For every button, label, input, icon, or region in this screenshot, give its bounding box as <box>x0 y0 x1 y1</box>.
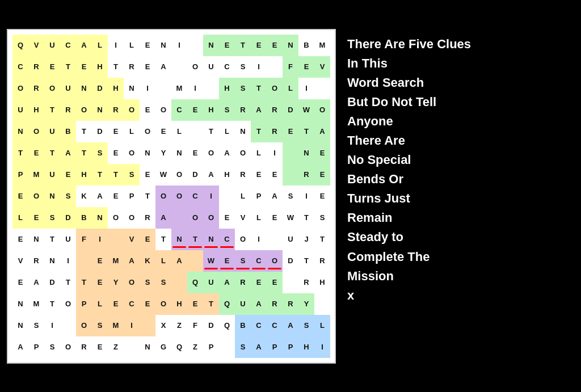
grid-cell: E <box>219 35 235 56</box>
grid-cell: N <box>140 336 155 358</box>
grid-cell: A <box>219 272 235 293</box>
grid-cell: I <box>108 35 124 56</box>
grid-cell: N <box>12 315 28 336</box>
grid-cell: E <box>140 35 155 56</box>
grid-cell <box>314 78 330 99</box>
word-search-grid-wrapper: QVUCALILENINETEENBMCRETEHTREAOUCSIFEVORO… <box>7 29 336 364</box>
grid-cell: B <box>60 121 76 142</box>
grid-cell: E <box>76 56 92 78</box>
grid-cell: C <box>187 186 203 207</box>
grid-cell: R <box>76 336 92 358</box>
grid-cell: I <box>124 315 140 336</box>
grid-cell: O <box>76 315 92 336</box>
grid-cell <box>171 56 187 78</box>
grid-cell: O <box>171 164 187 186</box>
grid-cell: T <box>251 78 267 99</box>
grid-cell: H <box>219 78 235 99</box>
grid-cell: L <box>92 293 108 315</box>
grid-cell: N <box>92 207 108 229</box>
grid-cell: T <box>203 121 219 142</box>
grid-cell: W <box>298 99 314 121</box>
grid-cell: E <box>314 142 330 164</box>
grid-cell: H <box>171 293 187 315</box>
grid-cell: T <box>251 121 267 142</box>
grid-cell: T <box>108 164 124 186</box>
clue-line-12: Complete The <box>347 247 471 267</box>
grid-cell: V <box>314 56 330 78</box>
grid-cell: I <box>92 229 108 250</box>
clue-line-6: There Are <box>347 131 471 150</box>
grid-cell: S <box>92 315 108 336</box>
grid-cell: N <box>171 142 187 164</box>
grid-cell: S <box>235 56 251 78</box>
grid-cell: A <box>28 272 44 293</box>
grid-cell: T <box>44 99 60 121</box>
grid-cell: O <box>28 186 44 207</box>
grid-cell: O <box>60 293 76 315</box>
grid-cell: O <box>140 121 155 142</box>
grid-cell: S <box>235 250 251 272</box>
grid-cell: R <box>298 164 314 186</box>
grid-cell: O <box>314 99 330 121</box>
clues-panel: There Are Five Clues In This Word Search… <box>347 29 471 305</box>
clue-line-7: No Special <box>347 150 471 170</box>
grid-cell: T <box>298 250 314 272</box>
grid-cell: D <box>92 78 108 99</box>
grid-cell: E <box>187 142 203 164</box>
grid-cell: O <box>155 293 171 315</box>
grid-cell: U <box>44 35 60 56</box>
grid-cell: Q <box>12 35 28 56</box>
grid-cell: M <box>314 35 330 56</box>
grid-cell: S <box>235 78 251 99</box>
grid-cell: S <box>314 207 330 229</box>
grid-cell <box>283 164 298 186</box>
grid-cell: Q <box>187 272 203 293</box>
grid-cell: E <box>219 207 235 229</box>
grid-cell: E <box>155 121 171 142</box>
grid-cell: A <box>155 56 171 78</box>
grid-cell: E <box>28 142 44 164</box>
grid-cell: Y <box>155 142 171 164</box>
grid-cell: N <box>203 35 219 56</box>
grid-cell <box>219 186 235 207</box>
grid-cell: O <box>12 78 28 99</box>
grid-cell <box>203 78 219 99</box>
grid-cell: T <box>203 293 219 315</box>
clue-line-4: But Do Not Tell <box>347 92 471 112</box>
grid-cell: E <box>283 121 298 142</box>
grid-cell: P <box>251 186 267 207</box>
grid-cell: N <box>92 99 108 121</box>
grid-cell: I <box>60 250 76 272</box>
grid-cell: N <box>12 293 28 315</box>
clue-line-11: Steady to <box>347 227 471 247</box>
grid-cell: S <box>235 336 251 358</box>
grid-cell <box>171 207 187 229</box>
grid-cell: I <box>298 186 314 207</box>
grid-cell: P <box>267 336 283 358</box>
grid-cell: K <box>76 186 92 207</box>
grid-cell: V <box>12 250 28 272</box>
grid-cell: O <box>155 99 171 121</box>
grid-cell <box>171 272 187 293</box>
grid-cell: E <box>267 164 283 186</box>
grid-cell <box>187 121 203 142</box>
grid-cell <box>155 78 171 99</box>
grid-cell: D <box>283 250 298 272</box>
grid-cell: P <box>283 336 298 358</box>
grid-cell: T <box>12 142 28 164</box>
grid-cell: S <box>155 272 171 293</box>
grid-cell: E <box>12 186 28 207</box>
grid-cell: H <box>203 99 219 121</box>
grid-cell: O <box>108 207 124 229</box>
grid-cell: N <box>12 121 28 142</box>
grid-cell: T <box>140 186 155 207</box>
grid-cell: A <box>12 336 28 358</box>
grid-cell: E <box>187 99 203 121</box>
grid-cell: I <box>140 78 155 99</box>
grid-cell: A <box>251 99 267 121</box>
grid-cell: L <box>124 121 140 142</box>
grid-cell: R <box>28 56 44 78</box>
clue-line-8: Bends Or <box>347 170 471 189</box>
grid-cell <box>187 250 203 272</box>
grid-cell: S <box>283 186 298 207</box>
